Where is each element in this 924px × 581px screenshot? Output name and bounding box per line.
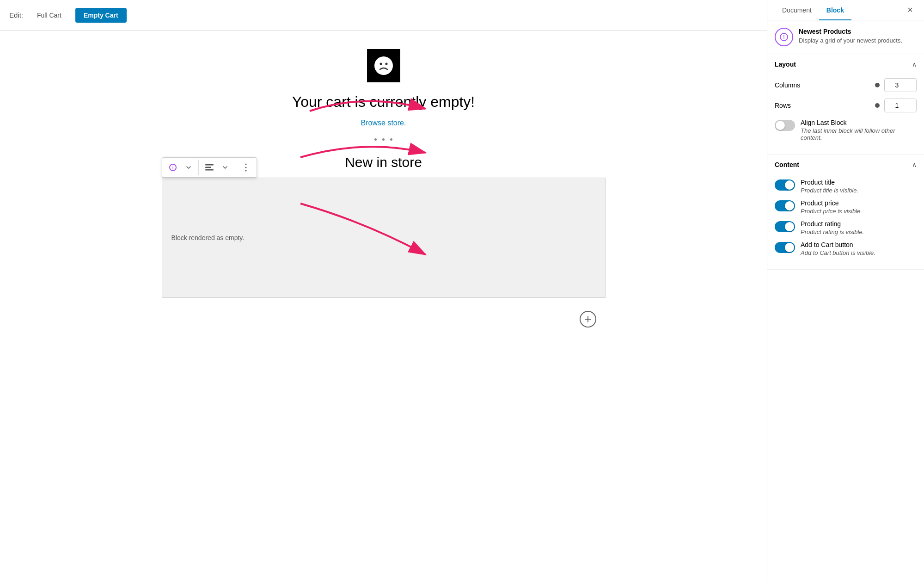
product-price-row: Product price Product price is visible. <box>775 199 917 215</box>
product-rating-text: Product rating Product rating is visible… <box>801 220 864 235</box>
sidebar: Document Block × ! Newest Products Displ… <box>767 0 924 581</box>
layout-chevron-icon: ∧ <box>912 61 917 68</box>
cart-empty-icon <box>367 49 400 82</box>
content-section-title: Content <box>775 161 799 168</box>
layout-section: Layout ∧ Columns Rows <box>767 54 924 155</box>
svg-point-1 <box>379 63 382 65</box>
edit-bar: Edit: Full Cart Empty Cart <box>0 0 767 31</box>
product-price-thumb <box>785 201 794 210</box>
block-rendered: Block rendered as empty. <box>162 178 606 298</box>
rows-input[interactable] <box>884 99 917 112</box>
layout-section-title: Layout <box>775 61 796 68</box>
product-price-label: Product price <box>801 199 862 207</box>
product-title-text: Product title Product title is visible. <box>801 179 858 194</box>
product-rating-row: Product rating Product rating is visible… <box>775 220 917 235</box>
columns-dot <box>875 83 880 87</box>
svg-point-8 <box>245 164 246 165</box>
block-info-name: Newest Products <box>799 28 902 35</box>
edit-label: Edit: <box>9 11 23 19</box>
layout-section-header[interactable]: Layout ∧ <box>767 54 924 74</box>
content-chevron-icon: ∧ <box>912 161 917 168</box>
product-title-row: Product title Product title is visible. <box>775 179 917 194</box>
dot-1 <box>374 138 377 141</box>
align-last-block-track <box>775 120 795 131</box>
sidebar-close-button[interactable]: × <box>904 1 917 19</box>
align-last-block-description: The last inner block will follow other c… <box>801 127 917 141</box>
product-price-track <box>775 200 795 211</box>
product-rating-label: Product rating <box>801 220 864 228</box>
add-to-cart-track <box>775 242 795 253</box>
align-last-block-text: Align Last Block The last inner block wi… <box>801 119 917 141</box>
align-last-block-toggle[interactable] <box>775 120 795 131</box>
product-price-toggle[interactable] <box>775 200 795 211</box>
block-info-icon: ! <box>775 28 793 46</box>
dot-3 <box>390 138 392 141</box>
sidebar-tabs: Document Block × <box>767 0 924 20</box>
new-in-store-heading: New in store <box>345 155 422 170</box>
add-to-cart-label: Add to Cart button <box>801 241 875 248</box>
product-rating-toggle[interactable] <box>775 221 795 232</box>
block-empty-text: Block rendered as empty. <box>171 234 245 241</box>
toolbar-icon-group: ! <box>165 160 199 175</box>
browse-store-link[interactable]: Browse store. <box>361 119 406 127</box>
product-price-description: Product price is visible. <box>801 208 862 215</box>
svg-text:!: ! <box>172 166 173 170</box>
full-cart-tab[interactable]: Full Cart <box>29 8 70 23</box>
content-section-body: Product title Product title is visible. … <box>767 175 924 269</box>
toolbar-align-group <box>202 160 235 175</box>
add-to-cart-toggle[interactable] <box>775 242 795 253</box>
rows-dot <box>875 103 880 108</box>
product-title-label: Product title <box>801 179 858 186</box>
empty-cart-tab[interactable]: Empty Cart <box>75 8 127 23</box>
columns-input[interactable] <box>884 78 917 92</box>
rows-field-row: Rows <box>775 99 917 112</box>
add-block-button[interactable] <box>580 311 596 328</box>
svg-point-2 <box>385 63 387 65</box>
dot-2 <box>382 138 385 141</box>
product-rating-thumb <box>785 222 794 231</box>
align-last-block-thumb <box>776 121 785 130</box>
add-to-cart-description: Add to Cart button is visible. <box>801 249 875 256</box>
product-title-toggle[interactable] <box>775 179 795 191</box>
columns-label: Columns <box>775 81 800 89</box>
block-info: ! Newest Products Display a grid of your… <box>767 20 924 54</box>
columns-field-row: Columns <box>775 78 917 92</box>
toolbar-align-icon[interactable] <box>202 160 217 175</box>
align-last-block-label: Align Last Block <box>801 119 917 126</box>
add-to-cart-text: Add to Cart button Add to Cart button is… <box>801 241 875 256</box>
toolbar-chevron-down[interactable] <box>181 160 196 175</box>
content-section-header[interactable]: Content ∧ <box>767 155 924 175</box>
toolbar-align-chevron[interactable] <box>217 160 233 175</box>
add-to-cart-row: Add to Cart button Add to Cart button is… <box>775 241 917 256</box>
toolbar-block-icon[interactable]: ! <box>165 160 181 175</box>
tab-document[interactable]: Document <box>775 0 819 20</box>
align-last-block-row: Align Last Block The last inner block wi… <box>775 119 917 141</box>
cart-empty-message: Your cart is currently empty! <box>292 93 475 111</box>
product-rating-track <box>775 221 795 232</box>
svg-point-10 <box>245 170 246 172</box>
svg-point-9 <box>245 167 246 168</box>
content-section: Content ∧ Product title Product title is… <box>767 155 924 270</box>
tab-block[interactable]: Block <box>819 0 851 20</box>
svg-rect-7 <box>205 169 214 171</box>
rows-label: Rows <box>775 102 791 109</box>
product-title-thumb <box>785 180 794 190</box>
layout-section-body: Columns Rows <box>767 74 924 154</box>
add-block-area <box>162 303 606 328</box>
block-container: ! <box>162 178 606 298</box>
product-title-description: Product title is visible. <box>801 187 858 194</box>
svg-rect-6 <box>205 167 211 168</box>
dots-separator <box>374 138 392 141</box>
block-info-description: Display a grid of your newest products. <box>799 37 902 44</box>
product-rating-description: Product rating is visible. <box>801 229 864 235</box>
product-price-text: Product price Product price is visible. <box>801 199 862 215</box>
svg-rect-5 <box>205 164 214 166</box>
toolbar-more-options[interactable] <box>238 160 254 175</box>
block-toolbar: ! <box>162 157 257 178</box>
svg-text:!: ! <box>783 35 784 40</box>
main-content: Your cart is currently empty! Browse sto… <box>0 31 767 581</box>
block-info-text: Newest Products Display a grid of your n… <box>799 28 902 44</box>
add-to-cart-thumb <box>785 243 794 252</box>
product-title-track <box>775 179 795 191</box>
svg-point-0 <box>374 56 393 75</box>
